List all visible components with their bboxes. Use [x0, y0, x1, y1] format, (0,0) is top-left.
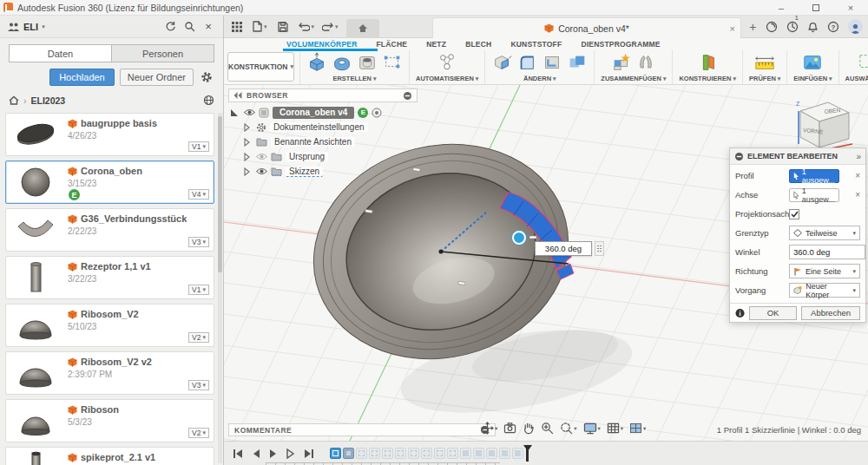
browser-header[interactable]: BROWSER — [228, 88, 418, 102]
timeline-feature-revolve-active[interactable] — [343, 448, 354, 459]
document-tab[interactable]: Corona_oben v4* × — [432, 17, 741, 38]
visibility-eye-icon[interactable] — [256, 167, 267, 175]
team-name[interactable]: ELI — [23, 22, 38, 32]
upload-button[interactable]: Hochladen — [49, 69, 115, 86]
timeline-feature-sketch[interactable] — [382, 448, 393, 459]
help-icon[interactable]: ? — [827, 21, 839, 33]
file-card[interactable]: G36_Verbindungsstück2/22/23 V3▾ — [5, 208, 214, 252]
insert-image-icon[interactable] — [802, 52, 823, 73]
construction-plane-icon[interactable] — [697, 52, 718, 73]
new-component-icon[interactable] — [611, 52, 632, 73]
browser-node[interactable]: Benannte Ansichten — [228, 135, 418, 148]
sketch-icon[interactable] — [382, 52, 403, 73]
skip-to-start-icon[interactable] — [233, 449, 243, 459]
tab-dienstprogramme[interactable]: DIENSTPROGRAMME — [581, 40, 660, 50]
timeline-feature-pattern[interactable] — [473, 448, 484, 459]
data-panel-scrollbar[interactable] — [218, 113, 222, 463]
timeline-feature-extrude[interactable] — [369, 448, 380, 459]
expander-closed-icon[interactable] — [244, 123, 250, 132]
winkel-input[interactable] — [789, 245, 865, 259]
cancel-button[interactable]: Abbrechen — [801, 306, 860, 320]
achse-selection-button[interactable]: 1 ausgew... — [789, 188, 839, 202]
user-avatar[interactable] — [848, 19, 863, 34]
tab-blech[interactable]: BLECH — [465, 40, 491, 50]
info-icon[interactable]: i — [735, 308, 745, 318]
version-chip[interactable]: V1▾ — [188, 285, 209, 295]
file-card[interactable]: spikeprot_2.1 v13/22/23 V1▾ — [5, 447, 214, 465]
timeline-feature-sketch[interactable] — [356, 448, 367, 459]
node-label[interactable]: Benannte Ansichten — [271, 137, 355, 147]
version-chip[interactable]: V3▾ — [188, 237, 209, 247]
viewports-tool[interactable]: ▾ — [629, 422, 646, 434]
angle-dimension-input[interactable] — [535, 241, 592, 256]
timeline-feature-pattern[interactable] — [486, 448, 497, 459]
expander-open-icon[interactable] — [231, 109, 238, 116]
timeline-feature-sketch[interactable] — [434, 448, 445, 459]
dialog-expand-icon[interactable]: » — [856, 152, 861, 161]
file-card-selected[interactable]: Corona_oben3/15/23 E V4▾ — [5, 160, 214, 204]
visibility-eye-icon[interactable] — [244, 108, 255, 116]
display-settings-tool[interactable]: ▾ — [583, 422, 601, 435]
timeline-feature-combine[interactable] — [512, 448, 523, 459]
grid-settings-tool[interactable]: ▾ — [607, 422, 623, 434]
tab-netz[interactable]: NETZ — [426, 40, 446, 50]
version-chip[interactable]: V3▾ — [188, 380, 209, 390]
expander-closed-icon[interactable] — [244, 153, 250, 161]
timeline-feature-sketch[interactable] — [408, 448, 419, 459]
panel-options-icon[interactable] — [403, 91, 412, 101]
revolve-icon[interactable] — [332, 52, 352, 73]
close-document-icon[interactable]: × — [730, 23, 735, 34]
node-label[interactable]: Dokumenteinstellungen — [270, 122, 368, 132]
shell-icon[interactable] — [542, 52, 562, 73]
vorgang-select[interactable]: Neuer Körper▾ — [789, 283, 860, 298]
grenztyp-select[interactable]: Teilweise▾ — [789, 226, 860, 240]
collapse-panel-icon[interactable] — [233, 92, 242, 99]
tab-flaeche[interactable]: FLÄCHE — [376, 40, 407, 50]
measure-icon[interactable] — [753, 52, 776, 73]
play-icon[interactable] — [269, 449, 278, 459]
zoom-tool[interactable] — [541, 422, 554, 435]
clear-profil-icon[interactable]: × — [855, 171, 860, 180]
joint-icon[interactable] — [636, 52, 655, 73]
version-chip[interactable]: V4▾ — [188, 189, 209, 200]
close-data-panel-button[interactable]: × — [201, 19, 216, 35]
tab-volumenkoerper[interactable]: VOLUMENKÖRPER — [286, 40, 357, 50]
version-chip[interactable]: V2▾ — [188, 332, 209, 343]
node-label[interactable]: Ursprung — [286, 152, 328, 161]
timeline-feature-combine[interactable] — [499, 448, 510, 459]
combine-icon[interactable] — [567, 52, 588, 73]
search-icon[interactable] — [181, 19, 197, 35]
refresh-button[interactable] — [162, 19, 178, 35]
activate-radio-icon[interactable] — [372, 108, 382, 118]
save-button[interactable] — [275, 19, 291, 35]
timeline-feature-solid[interactable] — [460, 448, 471, 459]
dialog-options-icon[interactable] — [734, 152, 744, 161]
home-icon[interactable] — [9, 95, 19, 105]
hole-icon[interactable] — [357, 52, 378, 73]
file-menu-button[interactable]: ▾ — [253, 21, 267, 32]
step-forward-icon[interactable] — [286, 449, 295, 459]
file-card[interactable]: Rezeptor 1,1 v13/22/23 V1▾ — [5, 256, 214, 299]
profil-selection-button[interactable]: 1 ausgew... — [789, 169, 839, 183]
minimize-button[interactable]: – — [764, 0, 799, 15]
dimension-drag-grip[interactable] — [595, 241, 604, 256]
timeline-feature-extrude[interactable] — [447, 448, 458, 459]
new-folder-button[interactable]: Neuer Ordner — [120, 69, 194, 86]
root-node-label[interactable]: Corona_oben v4 — [273, 107, 354, 119]
browser-node[interactable]: Dokumenteinstellungen — [228, 121, 418, 134]
file-card[interactable]: baugruppe basis4/26/23 V1▾ — [5, 113, 214, 156]
file-card[interactable]: Ribosom_V2 v22:39:07 PM V3▾ — [5, 351, 214, 395]
browser-node[interactable]: Skizzen — [228, 165, 418, 178]
pan-tool[interactable] — [523, 422, 535, 435]
projektionsachse-checkbox[interactable] — [789, 209, 799, 219]
timeline-playhead[interactable] — [526, 446, 529, 462]
fit-tool[interactable]: ▾ — [560, 422, 576, 435]
globe-icon[interactable] — [203, 95, 214, 106]
file-card[interactable]: Riboson5/3/23 V2▾ — [5, 399, 214, 442]
press-pull-icon[interactable] — [491, 52, 512, 73]
fillet-icon[interactable] — [516, 52, 537, 73]
generative-design-icon[interactable] — [436, 52, 458, 73]
expander-closed-icon[interactable] — [244, 167, 250, 176]
comments-bar[interactable]: KOMMENTARE — [228, 423, 496, 436]
version-chip[interactable]: V2▾ — [188, 428, 209, 438]
